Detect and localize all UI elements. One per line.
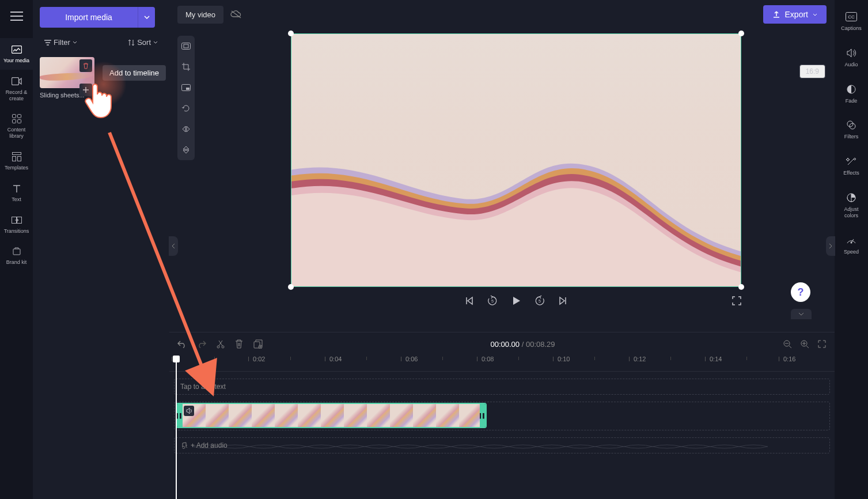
- resize-handle-bl[interactable]: [288, 284, 294, 290]
- flip-vertical-icon[interactable]: [180, 144, 192, 156]
- video-track-lane[interactable]: ▌▌ ▌▌: [174, 402, 830, 430]
- svg-rect-5: [17, 120, 21, 123]
- delete-icon[interactable]: [235, 339, 243, 349]
- fullscreen-icon[interactable]: [732, 296, 741, 305]
- sidebar-item-label: Record & create: [1, 89, 32, 102]
- aspect-ratio-button[interactable]: 16:9: [799, 65, 825, 78]
- rotate-tool-icon[interactable]: [180, 103, 192, 114]
- sidebar-item-content-library[interactable]: Content library: [0, 107, 33, 145]
- audio-track-lane[interactable]: + Add audio: [174, 437, 830, 453]
- trash-icon: [82, 62, 89, 69]
- sidebar-item-label: Brand kit: [6, 259, 27, 266]
- clip-audio-icon[interactable]: [184, 406, 194, 416]
- right-item-fade[interactable]: Fade: [843, 81, 860, 107]
- sidebar-item-your-media[interactable]: Your media: [0, 38, 33, 70]
- sort-label: Sort: [137, 38, 151, 47]
- collapse-right-panel-icon[interactable]: [826, 236, 835, 256]
- crop-tool-icon[interactable]: [180, 61, 192, 73]
- timeline-tracks: Tap to add text ▌▌ ▌▌ + Add: [169, 372, 835, 499]
- sidebar-item-templates[interactable]: Templates: [0, 145, 33, 177]
- left-sidebar: Your media Record & create Content libra…: [0, 0, 33, 499]
- svg-rect-2: [12, 115, 16, 118]
- topbar: My video Export: [169, 0, 835, 29]
- zoom-fit-icon[interactable]: [817, 339, 827, 349]
- help-button[interactable]: ?: [791, 282, 810, 302]
- text-track-lane[interactable]: Tap to add text: [174, 379, 830, 395]
- media-icon: [11, 44, 22, 55]
- sidebar-item-label: Content library: [1, 127, 32, 139]
- svg-text:CC: CC: [848, 14, 855, 20]
- clip-trim-left[interactable]: ▌▌: [177, 404, 183, 427]
- right-item-speed[interactable]: Speed: [842, 232, 861, 258]
- total-time: 00:08.29: [526, 340, 555, 349]
- captions-icon: CC: [845, 10, 858, 23]
- forward-5-icon[interactable]: 5: [534, 295, 545, 307]
- ruler-mark: 0:16: [783, 356, 795, 362]
- redo-icon[interactable]: [197, 340, 206, 348]
- video-title-field[interactable]: My video: [177, 6, 223, 24]
- sidebar-item-brand-kit[interactable]: Brand kit: [0, 240, 33, 271]
- timeline-ruler[interactable]: 0 0:02 0:04 0:06 0:08 0:10 0:12 0:14 0:1…: [169, 356, 835, 372]
- audio-icon: [845, 47, 858, 59]
- right-item-captions[interactable]: CC Captions: [839, 8, 864, 34]
- resize-handle-br[interactable]: [738, 284, 744, 290]
- sidebar-item-record[interactable]: Record & create: [0, 70, 33, 108]
- sidebar-item-label: Text: [12, 196, 21, 203]
- sidebar-item-label: Templates: [5, 165, 28, 171]
- chevron-down-icon: [73, 41, 77, 44]
- import-media-button[interactable]: Import media: [40, 7, 138, 28]
- media-thumbnail[interactable]: Sliding sheets...: [40, 57, 94, 99]
- right-item-effects[interactable]: Effects: [841, 153, 861, 179]
- filters-icon: [845, 119, 858, 131]
- pip-tool-icon[interactable]: [180, 82, 192, 93]
- chevron-down-icon: [813, 13, 817, 16]
- right-item-filters[interactable]: Filters: [842, 116, 861, 142]
- preview-canvas[interactable]: [291, 33, 741, 287]
- templates-icon: [11, 151, 22, 162]
- sort-button[interactable]: Sort: [123, 36, 162, 49]
- zoom-in-icon[interactable]: [800, 339, 809, 349]
- cloud-sync-off-icon[interactable]: [230, 10, 242, 19]
- sidebar-item-text[interactable]: Text: [0, 177, 33, 209]
- delete-media-button[interactable]: [79, 59, 92, 72]
- import-media-dropdown[interactable]: [138, 7, 155, 28]
- add-to-timeline-button[interactable]: [79, 84, 92, 96]
- filter-button[interactable]: Filter: [40, 36, 82, 49]
- svg-point-27: [847, 121, 853, 127]
- audio-waveform: [192, 443, 768, 451]
- export-button[interactable]: Export: [763, 5, 827, 24]
- ruler-mark: 0:06: [405, 356, 418, 362]
- collapse-left-panel-icon[interactable]: [169, 236, 178, 256]
- sidebar-item-transitions[interactable]: Transitions: [0, 209, 33, 240]
- skip-forward-icon[interactable]: [558, 296, 567, 305]
- collapse-timeline-icon[interactable]: [791, 309, 812, 319]
- svg-rect-7: [12, 156, 16, 161]
- chevron-down-icon: [144, 16, 150, 19]
- video-clip[interactable]: ▌▌ ▌▌: [176, 403, 487, 428]
- adjust-colors-icon: [845, 191, 858, 204]
- split-icon[interactable]: [217, 339, 225, 349]
- undo-icon[interactable]: [177, 340, 187, 348]
- preview-area: 5 5 16:9: [169, 29, 835, 332]
- play-button-icon[interactable]: [511, 296, 521, 306]
- timeline-area: 00:00.00 / 00:08.29 0 0:02 0:04 0:06: [169, 332, 835, 499]
- hamburger-menu-icon[interactable]: [5, 5, 28, 28]
- rewind-5-icon[interactable]: 5: [487, 295, 498, 307]
- export-label: Export: [785, 10, 808, 19]
- right-sidebar: CC Captions Audio Fade Filters Effects A…: [835, 0, 868, 499]
- zoom-out-icon[interactable]: [783, 339, 792, 349]
- right-item-adjust-colors[interactable]: Adjust colors: [835, 189, 868, 221]
- flip-horizontal-icon[interactable]: [180, 123, 192, 135]
- fit-tool-icon[interactable]: [180, 40, 192, 52]
- duplicate-icon[interactable]: [253, 339, 263, 349]
- clip-trim-right[interactable]: ▌▌: [480, 404, 486, 427]
- right-item-audio[interactable]: Audio: [842, 44, 860, 70]
- speed-icon: [845, 234, 858, 247]
- resize-handle-tl[interactable]: [288, 31, 294, 36]
- timeline-time-display: 00:00.00 / 00:08.29: [490, 340, 555, 349]
- resize-handle-tr[interactable]: [738, 31, 744, 36]
- skip-back-icon[interactable]: [465, 296, 474, 305]
- ruler-mark: 0:04: [329, 356, 342, 362]
- sidebar-item-label: Transitions: [4, 228, 29, 235]
- svg-text:5: 5: [491, 299, 494, 303]
